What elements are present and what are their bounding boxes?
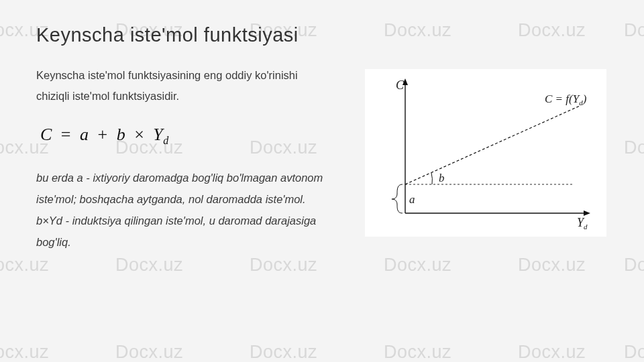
b-label: b: [439, 172, 445, 184]
chart-legend: C = f(Yd): [545, 93, 587, 107]
formula-Y: Y: [153, 125, 163, 144]
x-axis-arrow-icon: [584, 210, 590, 216]
y-axis-label: C: [396, 78, 405, 92]
plus-sign: +: [98, 125, 108, 144]
intro-text: Keynscha iste'mol funktsiyasining eng od…: [36, 65, 325, 107]
right-column: C Yd C = f(Yd) b a: [352, 65, 608, 237]
formula-sub: d: [163, 135, 169, 146]
slope-arc: [431, 173, 432, 184]
formula-a: a: [80, 125, 89, 144]
a-label: a: [409, 193, 415, 206]
slide: Keynscha iste'mol funktsiyasi Keynscha i…: [0, 0, 644, 362]
left-column: Keynscha iste'mol funktsiyasining eng od…: [36, 65, 325, 253]
consumption-chart: C Yd C = f(Yd) b a: [365, 69, 606, 237]
formula-lhs: C: [40, 125, 52, 144]
formula-b: b: [117, 125, 126, 144]
x-axis-label: Yd: [577, 216, 588, 231]
equals-sign: =: [61, 125, 71, 144]
page-title: Keynscha iste'mol funktsiyasi: [36, 24, 608, 46]
a-brace: [392, 184, 402, 213]
consumption-line: [405, 106, 580, 184]
content-columns: Keynscha iste'mol funktsiyasining eng od…: [36, 65, 608, 253]
chart-svg: C Yd C = f(Yd) b a: [365, 69, 606, 237]
times-sign: ×: [134, 125, 144, 144]
description-text: bu erda a - ixtiyoriy daromadga bog'liq …: [36, 167, 325, 253]
formula: C = a + b × Yd: [40, 125, 325, 147]
